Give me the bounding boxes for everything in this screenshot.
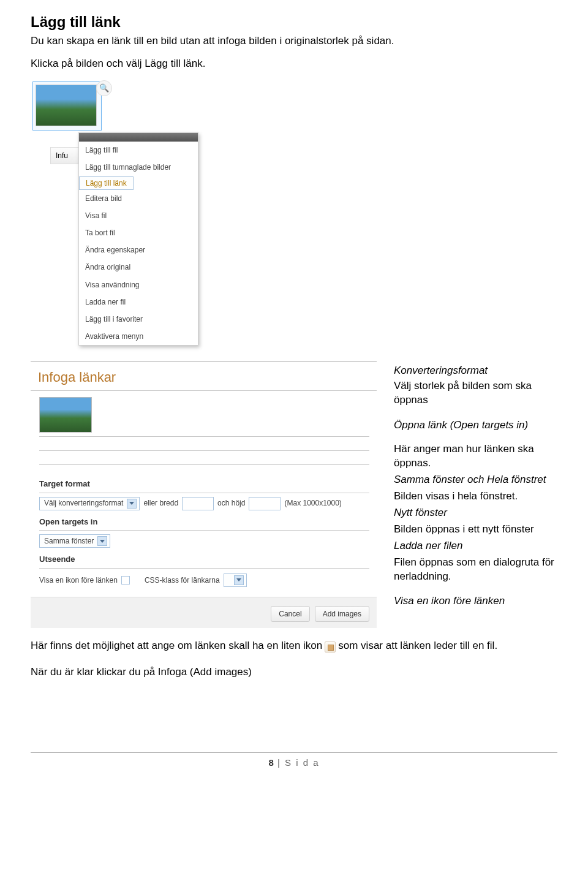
insert-links-dialog: Infoga länkar Target format Välj konvert… xyxy=(31,361,377,627)
trail-post: som visar att länken leder till en fil. xyxy=(338,639,497,653)
label-appearance: Utseende xyxy=(39,554,369,565)
aside-nytt-t: Bilden öppnas i ett nytt fönster xyxy=(394,523,556,537)
menu-item-add-link[interactable]: Lägg till länk xyxy=(79,176,134,190)
aside-open-h: Öppna länk (Open targets in) xyxy=(394,418,556,433)
dialog-thumbnail[interactable] xyxy=(39,397,92,433)
add-images-button[interactable]: Add images xyxy=(315,606,369,622)
image-thumbnail[interactable]: 🔍 xyxy=(32,81,102,131)
aside-samma-h: Samma fönster och Hela fönstret xyxy=(394,473,556,487)
aside-samma-t: Bilden visas i hela fönstret. xyxy=(394,490,556,504)
aside-nytt-h: Nytt fönster xyxy=(394,506,556,520)
magnifier-icon[interactable]: 🔍 xyxy=(96,80,112,96)
menu-item-add-fav[interactable]: Lägg till i favoriter xyxy=(79,311,198,328)
page-title: Lägg till länk xyxy=(31,12,557,32)
intro-1: Du kan skapa en länk till en bild utan a… xyxy=(31,34,557,48)
menu-item-edit-image[interactable]: Editera bild xyxy=(79,190,198,207)
aside-konv-t: Välj storlek på bilden som ska öppnas xyxy=(394,379,556,407)
thumbnail-bitmap xyxy=(36,85,97,126)
explanation-aside: Konverteringsformat Välj storlek på bild… xyxy=(394,361,556,611)
aside-ladda-h: Ladda ner filen xyxy=(394,539,556,553)
aside-konv-h: Konverteringsformat xyxy=(394,364,556,378)
menu-item-delete-file[interactable]: Ta bort fil xyxy=(79,224,198,241)
page-number: 8 xyxy=(268,757,273,768)
context-menu-handle[interactable] xyxy=(79,133,198,142)
page-footer: 8 | S i d a xyxy=(31,752,557,769)
select-conversion-format[interactable]: Välj konverteringsformat xyxy=(39,497,140,510)
aside-ladda-t: Filen öppnas som en dialogruta för nerla… xyxy=(394,556,556,584)
checkbox-show-icon[interactable] xyxy=(121,576,130,585)
dialog-title: Infoga länkar xyxy=(31,361,377,390)
aside-open-t: Här anger man hur länken ska öppnas. xyxy=(394,442,556,471)
input-height[interactable] xyxy=(249,497,281,510)
screenshot-context-menu: 🔍 Infu Lägg till fil Lägg till tumnaglad… xyxy=(31,80,214,343)
label-or-width: eller bredd xyxy=(143,498,178,508)
select-value: Samma fönster xyxy=(44,536,94,546)
insert-button-cut[interactable]: Infu xyxy=(50,147,79,164)
chevron-down-icon xyxy=(234,575,244,585)
trail-pre: Här finns det möjlighet att ange om länk… xyxy=(31,639,322,653)
label-and-height: och höjd xyxy=(217,498,245,508)
context-menu: Lägg till fil Lägg till tumnaglade bilde… xyxy=(78,132,198,346)
menu-item-properties[interactable]: Ändra egenskaper xyxy=(79,241,198,259)
menu-item-add-thumbs[interactable]: Lägg till tumnaglade bilder xyxy=(79,159,198,176)
menu-item-deactivate[interactable]: Avaktivera menyn xyxy=(79,328,198,345)
label-css-class: CSS-klass för länkarna xyxy=(145,575,220,585)
label-show-icon: Visa en ikon före länken xyxy=(39,575,118,585)
final-instruction: När du är klar klickar du på Infoga (Add… xyxy=(31,665,557,679)
menu-item-add-file[interactable]: Lägg till fil xyxy=(79,142,198,159)
aside-visa-h: Visa en ikon före länken xyxy=(394,594,556,608)
menu-item-show-usage[interactable]: Visa användning xyxy=(79,276,198,293)
label-open-targets: Open targets in xyxy=(39,517,369,528)
label-target-format: Target format xyxy=(39,479,369,490)
label-max-note: (Max 1000x1000) xyxy=(284,498,341,508)
select-css-class[interactable] xyxy=(224,573,247,587)
intro-2: Klicka på bilden och välj Lägg till länk… xyxy=(31,57,557,71)
file-icon xyxy=(325,641,336,653)
trailing-paragraph: Här finns det möjlighet att ange om länk… xyxy=(31,639,557,653)
select-open-target[interactable]: Samma fönster xyxy=(39,534,110,548)
chevron-down-icon xyxy=(127,499,137,509)
menu-item-show-file[interactable]: Visa fil xyxy=(79,207,198,224)
select-value: Välj konverteringsformat xyxy=(44,498,123,508)
input-width[interactable] xyxy=(182,497,214,510)
menu-item-download[interactable]: Ladda ner fil xyxy=(79,293,198,311)
cancel-button[interactable]: Cancel xyxy=(271,606,309,622)
menu-item-change-original[interactable]: Ändra original xyxy=(79,259,198,276)
chevron-down-icon xyxy=(97,536,107,546)
